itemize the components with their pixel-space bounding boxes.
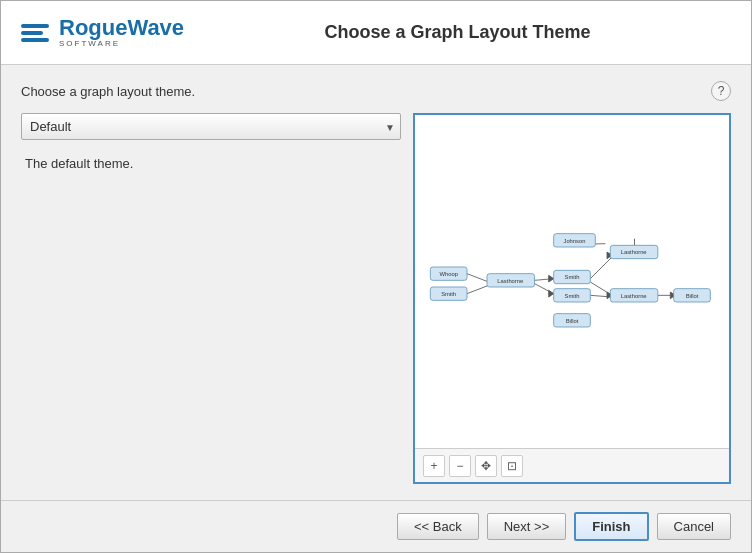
instruction-label: Choose a graph layout theme. bbox=[21, 84, 195, 99]
logo-name: RogueWave bbox=[59, 17, 184, 39]
theme-description: The default theme. bbox=[21, 150, 401, 177]
logo: RogueWave SOFTWARE bbox=[21, 17, 184, 48]
logo-line-3 bbox=[21, 38, 49, 42]
help-icon[interactable]: ? bbox=[711, 81, 731, 101]
page-title: Choose a Graph Layout Theme bbox=[184, 22, 731, 43]
node-johnson: Johnson bbox=[554, 233, 596, 246]
graph-toolbar: + − ✥ ⊡ bbox=[415, 448, 729, 482]
svg-text:Lasthorne: Lasthorne bbox=[621, 249, 647, 255]
logo-subtitle: SOFTWARE bbox=[59, 39, 184, 48]
node-lasthorne2: Lasthorne bbox=[610, 245, 658, 258]
zoom-in-button[interactable]: + bbox=[423, 455, 445, 477]
graph-preview-panel: Whoop Smith Lasthorne bbox=[413, 113, 731, 484]
zoom-out-button[interactable]: − bbox=[449, 455, 471, 477]
content-area: Choose a graph layout theme. ? Default ▼… bbox=[1, 65, 751, 500]
logo-icon bbox=[21, 24, 49, 42]
logo-text: RogueWave SOFTWARE bbox=[59, 17, 184, 48]
back-button[interactable]: << Back bbox=[397, 513, 479, 540]
header: RogueWave SOFTWARE Choose a Graph Layout… bbox=[1, 1, 751, 65]
node-lasthorne3: Lasthorne bbox=[610, 288, 658, 301]
svg-text:Billot: Billot bbox=[686, 292, 699, 298]
graph-area: Whoop Smith Lasthorne bbox=[415, 115, 729, 448]
node-smith3: Smith bbox=[554, 288, 591, 301]
node-billot2: Billot bbox=[674, 288, 711, 301]
content-header: Choose a graph layout theme. ? bbox=[21, 81, 731, 101]
svg-text:Smith: Smith bbox=[441, 291, 456, 297]
svg-text:Smith: Smith bbox=[565, 274, 580, 280]
fit-button[interactable]: ⊡ bbox=[501, 455, 523, 477]
graph-svg: Whoop Smith Lasthorne bbox=[422, 192, 722, 372]
logo-line-2 bbox=[21, 31, 43, 35]
logo-line-1 bbox=[21, 24, 49, 28]
finish-button[interactable]: Finish bbox=[574, 512, 648, 541]
cancel-button[interactable]: Cancel bbox=[657, 513, 731, 540]
next-button[interactable]: Next >> bbox=[487, 513, 567, 540]
svg-text:Whoop: Whoop bbox=[439, 271, 457, 277]
left-panel: Default ▼ The default theme. bbox=[21, 113, 401, 484]
svg-text:Johnson: Johnson bbox=[563, 237, 585, 243]
svg-line-1 bbox=[467, 285, 489, 293]
svg-text:Billot: Billot bbox=[566, 317, 579, 323]
node-lasthorne1: Lasthorne bbox=[487, 273, 535, 286]
node-whoop: Whoop bbox=[430, 267, 467, 280]
dropdown-wrapper: Default ▼ bbox=[21, 113, 401, 140]
main-row: Default ▼ The default theme. bbox=[21, 113, 731, 484]
svg-text:Lasthorne: Lasthorne bbox=[497, 277, 523, 283]
footer: << Back Next >> Finish Cancel bbox=[1, 500, 751, 552]
svg-marker-10 bbox=[549, 275, 554, 282]
theme-dropdown[interactable]: Default bbox=[21, 113, 401, 140]
dialog: RogueWave SOFTWARE Choose a Graph Layout… bbox=[0, 0, 752, 553]
pan-button[interactable]: ✥ bbox=[475, 455, 497, 477]
svg-text:Smith: Smith bbox=[565, 292, 580, 298]
svg-marker-11 bbox=[549, 290, 554, 297]
node-smith2: Smith bbox=[554, 270, 591, 283]
svg-line-4 bbox=[590, 257, 612, 279]
svg-line-0 bbox=[467, 273, 489, 281]
node-billot1: Billot bbox=[554, 313, 591, 326]
svg-text:Lasthorne: Lasthorne bbox=[621, 292, 647, 298]
node-smith1: Smith bbox=[430, 287, 467, 300]
